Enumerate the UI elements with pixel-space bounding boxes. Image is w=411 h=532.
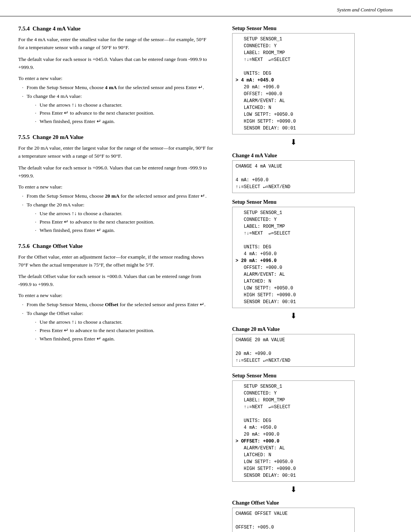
section-756-bullets: From the Setup Sensor Menu, choose Offse…: [18, 301, 213, 343]
bullet-754-1: From the Setup Sensor Menu, choose 4 mA …: [22, 84, 213, 92]
bullet-755-2: To change the 20 mA value: Use the arrow…: [22, 201, 213, 235]
bullet-756-1: From the Setup Sensor Menu, choose Offse…: [22, 301, 213, 309]
section-754-para1: For the 4 mA value, enter the smallest v…: [18, 36, 213, 52]
section-755-para2: The default value for each sensor is +09…: [18, 164, 213, 180]
arrow-2: ⬇: [232, 311, 355, 320]
panel-4-box: CHANGE 20 mA VALUE 20 mA: +090.0 ↑↓=SELE…: [232, 334, 355, 367]
sub-bullets-756-2: Use the arrows ↑↓ to choose a character.…: [27, 318, 213, 343]
section-755-enter-label: To enter a new value:: [18, 184, 213, 190]
section-756: 7.5.6 Change Offset Value For the Offset…: [18, 243, 213, 343]
section-755-bullets: From the Setup Sensor Menu, choose 20 mA…: [18, 192, 213, 235]
panel-5-label: Setup Sensor Menu: [232, 373, 355, 379]
panel-4-label: Change 20 mA Value: [232, 326, 355, 332]
sub-755-2-3: When finished, press Enter ↵ again.: [35, 227, 213, 235]
sub-756-2-3: When finished, press Enter ↵ again.: [35, 335, 213, 343]
content-area: 7.5.4 Change 4 mA Value For the 4 mA val…: [0, 16, 411, 532]
sub-bullets-754-2: Use the arrows ↑↓ to choose a character.…: [27, 101, 213, 126]
sub-bullets-755-2: Use the arrows ↑↓ to choose a character.…: [27, 210, 213, 235]
panel-2-box: CHANGE 4 mA VALUE 4 mA: +050.0 ↑↓=SELECT…: [232, 160, 355, 193]
section-754-number: 7.5.4: [18, 26, 33, 32]
section-755-number: 7.5.5: [18, 134, 33, 140]
page-container: System and Control Options 7.5.4 Change …: [0, 0, 411, 532]
arrow-3: ⬇: [232, 485, 355, 494]
section-754-title: Change 4 mA Value: [33, 26, 81, 32]
sub-754-2-3: When finished, press Enter ↵ again.: [35, 118, 213, 126]
section-756-title: Change Offset Value: [33, 243, 83, 249]
panel-3-label: Setup Sensor Menu: [232, 199, 355, 205]
sub-756-2-1: Use the arrows ↑↓ to choose a character.: [35, 318, 213, 326]
section-754-para2: The default value for each sensor is +04…: [18, 56, 213, 72]
panel-5-box: SETUP SENSOR_1 CONNECTED: Y LABEL: ROOM_…: [232, 380, 355, 482]
left-column: 7.5.4 Change 4 mA Value For the 4 mA val…: [0, 16, 225, 532]
section-754-bullets: From the Setup Sensor Menu, choose 4 mA …: [18, 84, 213, 126]
section-755: 7.5.5 Change 20 mA Value For the 20 mA v…: [18, 134, 213, 234]
panel-1-box: SETUP SENSOR_1 CONNECTED: Y LABEL: ROOM_…: [232, 33, 355, 134]
panel-2-label: Change 4 mA Value: [232, 153, 355, 159]
section-755-title: Change 20 mA Value: [33, 134, 84, 140]
right-column: Setup Sensor Menu SETUP SENSOR_1 CONNECT…: [225, 16, 373, 532]
bullet-754-2: To change the 4 mA value: Use the arrows…: [22, 93, 213, 126]
sub-756-2-2: Press Enter ↵ to advance to the next cha…: [35, 327, 213, 335]
section-756-heading: 7.5.6 Change Offset Value: [18, 243, 213, 249]
panel-6-label: Change Offset Value: [232, 500, 355, 506]
arrow-1: ⬇: [232, 137, 355, 147]
section-754: 7.5.4 Change 4 mA Value For the 4 mA val…: [18, 26, 213, 126]
sub-754-2-1: Use the arrows ↑↓ to choose a character.: [35, 101, 213, 109]
section-756-para2: The default Offset value for each sensor…: [18, 273, 213, 289]
right-col-inner: Setup Sensor Menu SETUP SENSOR_1 CONNECT…: [232, 26, 355, 532]
sub-755-2-1: Use the arrows ↑↓ to choose a character.: [35, 210, 213, 218]
section-755-heading: 7.5.5 Change 20 mA Value: [18, 134, 213, 141]
section-756-enter-label: To enter a new value:: [18, 292, 213, 299]
section-754-heading: 7.5.4 Change 4 mA Value: [18, 26, 213, 32]
panel-6-box: CHANGE OFFSET VALUE OFFSET: +005.0 ↑↓=SE…: [232, 508, 355, 532]
section-755-para1: For the 20 mA value, enter the largest v…: [18, 144, 213, 160]
panel-3-box: SETUP SENSOR_1 CONNECTED: Y LABEL: ROOM_…: [232, 207, 355, 308]
page-header: System and Control Options: [0, 0, 411, 16]
header-text: System and Control Options: [337, 7, 393, 13]
section-756-para1: For the Offset value, enter an adjustmen…: [18, 253, 213, 269]
panel-1-label: Setup Sensor Menu: [232, 26, 355, 32]
bullet-755-1: From the Setup Sensor Menu, choose 20 mA…: [22, 192, 213, 200]
sub-754-2-2: Press Enter ↵ to advance to the next cha…: [35, 109, 213, 117]
sub-755-2-2: Press Enter ↵ to advance to the next cha…: [35, 218, 213, 226]
bullet-756-2: To change the Offset value: Use the arro…: [22, 310, 213, 343]
section-754-enter-label: To enter a new value:: [18, 75, 213, 81]
section-756-number: 7.5.6: [18, 243, 33, 249]
